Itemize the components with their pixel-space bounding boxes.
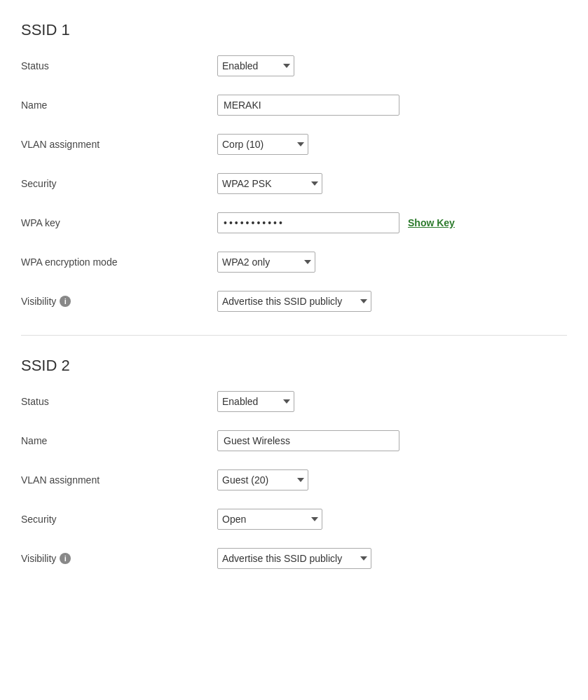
- ssid1-encryption-select[interactable]: WPA2 only WPA and WPA2: [217, 252, 315, 273]
- ssid2-security-select[interactable]: Open WPA2 PSK WPA2 Enterprise: [217, 509, 322, 530]
- ssid1-section: SSID 1 Status Enabled Disabled Name VLAN…: [21, 21, 567, 314]
- ssid2-vlan-select[interactable]: Corp (10) Guest (20) None: [217, 469, 308, 490]
- ssid1-name-input[interactable]: [217, 95, 399, 116]
- ssid1-visibility-text: Visibility: [21, 296, 56, 307]
- ssid2-visibility-row: Visibility i Advertise this SSID publicl…: [21, 546, 567, 571]
- ssid1-status-label: Status: [21, 60, 217, 71]
- ssid2-name-row: Name: [21, 428, 567, 453]
- ssid2-vlan-label: VLAN assignment: [21, 474, 217, 486]
- ssid1-visibility-control: Advertise this SSID publicly Hidden SSID: [217, 291, 371, 312]
- ssid1-name-control: [217, 95, 399, 116]
- ssid1-security-row: Security Open WPA2 PSK WPA2 Enterprise: [21, 171, 567, 196]
- ssid2-visibility-label: Visibility i: [21, 553, 217, 564]
- ssid1-wpakey-control: Show Key: [217, 212, 455, 233]
- ssid2-status-label: Status: [21, 396, 217, 407]
- ssid2-security-row: Security Open WPA2 PSK WPA2 Enterprise: [21, 507, 567, 532]
- ssid1-wpakey-label: WPA key: [21, 217, 217, 228]
- ssid1-security-control: Open WPA2 PSK WPA2 Enterprise: [217, 173, 322, 194]
- ssid1-vlan-select[interactable]: Corp (10) Guest (20) None: [217, 134, 308, 155]
- ssid1-status-row: Status Enabled Disabled: [21, 53, 567, 78]
- ssid1-encryption-control: WPA2 only WPA and WPA2: [217, 252, 315, 273]
- ssid2-section: SSID 2 Status Enabled Disabled Name VLAN…: [21, 357, 567, 571]
- ssid1-wpakey-input[interactable]: [217, 212, 399, 233]
- ssid2-vlan-row: VLAN assignment Corp (10) Guest (20) Non…: [21, 467, 567, 493]
- ssid1-title: SSID 1: [21, 21, 567, 39]
- section-divider: [21, 335, 567, 336]
- ssid1-visibility-row: Visibility i Advertise this SSID publicl…: [21, 289, 567, 314]
- ssid2-security-label: Security: [21, 514, 217, 525]
- ssid2-name-control: [217, 430, 399, 451]
- ssid2-visibility-text: Visibility: [21, 553, 56, 564]
- ssid2-security-control: Open WPA2 PSK WPA2 Enterprise: [217, 509, 322, 530]
- ssid1-vlan-label: VLAN assignment: [21, 139, 217, 150]
- ssid1-name-label: Name: [21, 99, 217, 111]
- ssid1-security-label: Security: [21, 178, 217, 189]
- ssid1-status-select[interactable]: Enabled Disabled: [217, 55, 294, 76]
- ssid2-status-control: Enabled Disabled: [217, 391, 294, 412]
- ssid1-visibility-select[interactable]: Advertise this SSID publicly Hidden SSID: [217, 291, 371, 312]
- ssid1-security-select[interactable]: Open WPA2 PSK WPA2 Enterprise: [217, 173, 322, 194]
- ssid2-name-input[interactable]: [217, 430, 399, 451]
- ssid2-visibility-control: Advertise this SSID publicly Hidden SSID: [217, 548, 371, 569]
- ssid2-title: SSID 2: [21, 357, 567, 375]
- show-key-link[interactable]: Show Key: [408, 217, 455, 228]
- ssid2-vlan-control: Corp (10) Guest (20) None: [217, 469, 308, 490]
- ssid2-name-label: Name: [21, 435, 217, 446]
- ssid1-encryption-row: WPA encryption mode WPA2 only WPA and WP…: [21, 249, 567, 275]
- ssid1-visibility-label: Visibility i: [21, 296, 217, 307]
- ssid1-visibility-info-icon: i: [60, 296, 71, 307]
- ssid1-wpakey-row: WPA key Show Key: [21, 210, 567, 235]
- ssid1-encryption-label: WPA encryption mode: [21, 256, 217, 268]
- ssid2-visibility-select[interactable]: Advertise this SSID publicly Hidden SSID: [217, 548, 371, 569]
- ssid2-status-row: Status Enabled Disabled: [21, 389, 567, 414]
- ssid1-name-row: Name: [21, 92, 567, 118]
- ssid1-vlan-row: VLAN assignment Corp (10) Guest (20) Non…: [21, 132, 567, 157]
- ssid2-visibility-info-icon: i: [60, 553, 71, 564]
- ssid1-status-control: Enabled Disabled: [217, 55, 294, 76]
- ssid1-vlan-control: Corp (10) Guest (20) None: [217, 134, 308, 155]
- ssid2-status-select[interactable]: Enabled Disabled: [217, 391, 294, 412]
